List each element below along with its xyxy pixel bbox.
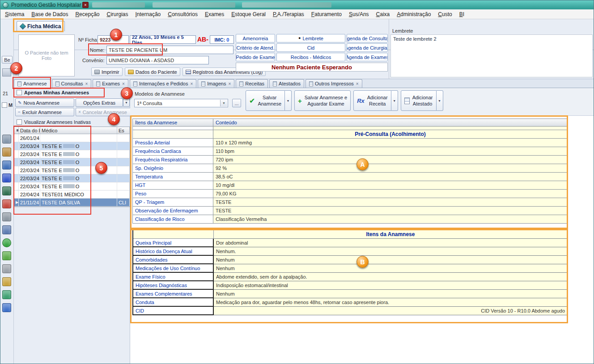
dados-do-paciente-button[interactable]: Dados do Paciente — [125, 68, 180, 76]
agenda-exames-button[interactable]: Agenda de Exames — [347, 53, 388, 61]
menu-consultorios[interactable]: Consultórios — [168, 11, 198, 17]
adicionar-receita-button[interactable]: Rx Adicionar Receita — [353, 90, 391, 111]
ficha-number-field[interactable]: 9223 — [98, 35, 129, 44]
tab-close-icon[interactable]: × — [356, 81, 359, 86]
tab-anamnese[interactable]: Anamnese — [14, 79, 51, 88]
col-header-conteudo[interactable]: Conteúdo — [213, 119, 568, 127]
lembrete-textarea[interactable]: Teste de lembrete 2 — [390, 34, 593, 77]
menu-pa-terapias[interactable]: P.A./Terapias — [273, 11, 304, 17]
salvar-aguardar-exame-button[interactable]: + Salvar Anamnese e Aguardar Exame — [294, 90, 351, 111]
user-key-icon[interactable] — [2, 277, 11, 286]
menu-internacao[interactable]: Internação — [136, 11, 161, 17]
convenio-field[interactable]: UNIMED GOIANIA - ASDASD — [106, 56, 209, 64]
anamnese-list-row[interactable]: 22/03/24 TESTE EO — [14, 150, 130, 158]
table-row[interactable]: Queixa PrincipalDor abdominal — [133, 239, 568, 247]
modelos-more-button[interactable]: ... — [232, 99, 241, 107]
tab-close-icon[interactable]: × — [228, 81, 231, 86]
menu-estoque-geral[interactable]: Estoque Geral — [231, 11, 266, 17]
criterio-atend-button[interactable]: Critério de Atend. — [236, 43, 275, 52]
col-header-data[interactable]: Data do Ev — [19, 127, 40, 134]
inline-close-icon[interactable]: × — [82, 2, 89, 8]
excluir-anamnese-button[interactable]: − Excluir Anamnese — [15, 108, 74, 116]
anamnese-list-row-selected[interactable]: ▶ 21/11/24 TESTE DA SILVA CLI — [14, 199, 130, 207]
table-row[interactable]: Hipóteses DiagnósticasIndisposição estom… — [133, 281, 568, 290]
leaf-icon[interactable] — [2, 251, 11, 260]
menu-custo[interactable]: Custo — [438, 11, 452, 17]
agenda-cirurgias-button[interactable]: Agenda de Cirurgias — [347, 43, 388, 52]
amenorreia-button[interactable]: Amenorreia — [236, 34, 275, 42]
name-field[interactable]: TESTE DE PACIENTE UM — [106, 46, 233, 54]
cancelar-anamnese-button[interactable]: × Cancelar Anamnese — [76, 108, 131, 116]
table-row[interactable]: Medicações de Uso ContínuoNenhum — [133, 264, 568, 273]
tab-outros-impressos[interactable]: Outros Impressos × — [305, 79, 362, 88]
anamnese-list-row[interactable]: 22/04/24TESTE01 MEDICO — [14, 190, 130, 199]
tab-close-icon[interactable]: × — [190, 81, 193, 86]
table-row[interactable]: Exame FísicoAbdome extendido, sem dor à … — [133, 273, 568, 281]
tab-close-icon[interactable]: × — [85, 81, 88, 86]
tab-internacoes-pedidos[interactable]: Internações e Pedidos × — [130, 79, 196, 88]
anamnese-list-row[interactable]: 26/01/24 — [14, 134, 130, 142]
adicionar-receita-dropdown[interactable]: ▼ — [391, 90, 398, 111]
anamnese-list-row[interactable]: 22/03/24 TESTE EO — [14, 158, 130, 166]
col-header-medico[interactable]: Médico — [40, 127, 117, 134]
table-row[interactable]: Frequência Cardíaca110 bpm — [133, 147, 568, 156]
table-row[interactable]: Observação de EnfermagemTESTE — [133, 207, 568, 215]
modelos-combobox[interactable]: 1ª Consulta ▼ — [134, 99, 228, 107]
tab-ficha-medica[interactable]: Ficha Médica — [17, 21, 65, 31]
checkbox[interactable] — [17, 119, 22, 125]
menu-cirurgias[interactable]: Cirurgias — [106, 11, 128, 17]
tasks-check-icon[interactable] — [2, 186, 11, 195]
table-row[interactable]: Classificação de RiscoClassificação Verm… — [133, 215, 568, 224]
monitor-icon[interactable] — [2, 303, 11, 312]
table-row[interactable]: CondutaMedicação para dor, aguardar pelo… — [133, 298, 568, 307]
anamnese-list-row[interactable]: 22/03/24 TESTE EO — [14, 142, 130, 150]
pedido-exame-button[interactable]: Pedido de Exame — [236, 53, 275, 61]
tab-close-icon[interactable]: × — [122, 81, 125, 86]
opcoes-extras-dropdown[interactable]: ▼ — [123, 98, 130, 107]
checkbox[interactable] — [2, 102, 7, 108]
drive-icon[interactable] — [2, 212, 11, 221]
chart-icon[interactable] — [2, 161, 11, 169]
table-row[interactable]: QP - TriagemTESTE — [133, 198, 568, 207]
agenda-consultas-button[interactable]: Agenda de Consultas — [347, 34, 388, 42]
anamnese-list-row[interactable]: 22/03/24 TESTE EO — [14, 166, 130, 174]
menu-faturamento[interactable]: Faturamento — [311, 11, 342, 17]
book-icon[interactable] — [2, 148, 11, 157]
cid-button[interactable]: Cid — [276, 43, 345, 52]
chevron-down-icon[interactable]: ▼ — [220, 100, 227, 106]
menu-sus-ans[interactable]: Sus/Ans — [349, 11, 369, 17]
adicionar-atestado-dropdown[interactable]: ▼ — [437, 90, 443, 111]
table-row[interactable]: Exames ComplementaresNenhum — [133, 290, 568, 298]
salvar-anamnese-button[interactable]: ✔ Salvar Anamnese — [246, 90, 285, 111]
salvar-anamnese-dropdown[interactable]: ▼ — [285, 90, 292, 111]
checkbox[interactable] — [17, 90, 22, 95]
menu-exames[interactable]: Exames — [205, 11, 224, 17]
people-icon[interactable] — [2, 225, 11, 234]
recibos-medicos-button[interactable]: Recibos - Médicos — [276, 53, 345, 61]
menu-sistema[interactable]: Sistema — [5, 11, 24, 17]
layers-icon[interactable] — [2, 199, 11, 208]
col-header-es[interactable]: Es — [117, 127, 130, 134]
users-icon[interactable] — [2, 135, 11, 144]
tab-atestados[interactable]: Atestados — [269, 79, 304, 88]
search-icon[interactable] — [2, 290, 11, 299]
apenas-minhas-checkbox-row[interactable]: Apenas Minhas Anamneses — [17, 90, 89, 95]
anamnese-list-row[interactable]: 22/03/24 TESTE EO — [14, 182, 130, 190]
table-row[interactable]: Sp. Oxigênio92 % — [133, 164, 568, 173]
globe-icon[interactable] — [2, 238, 11, 247]
tab-imagens[interactable]: Imagens × — [198, 79, 234, 88]
window-icon[interactable] — [2, 174, 11, 182]
tab-exames[interactable]: Exames × — [93, 79, 128, 88]
table-row[interactable]: Temperatura38,5 oC — [133, 173, 568, 181]
table-row[interactable]: ComorbidadesNenhum — [133, 256, 568, 264]
nova-anamnese-button[interactable]: ✎ Nova Anamnese — [15, 98, 74, 107]
menu-bi[interactable]: BI — [459, 11, 464, 17]
opcoes-extras-button[interactable]: Opções Extras — [76, 98, 123, 107]
table-row[interactable]: Frequência Respiratória720 ipm — [133, 156, 568, 164]
table-row[interactable]: Histórico da Doença AtualNenhum. — [133, 247, 568, 256]
table-row[interactable]: Peso79,00 KG — [133, 190, 568, 198]
clipped-side-tab[interactable]: Be — [2, 56, 13, 63]
menu-administracao[interactable]: Administração — [397, 11, 431, 17]
anamnese-list-row[interactable]: 22/03/24 TESTE EO — [14, 174, 130, 182]
col-header-itens[interactable]: Ítens da Anamnese — [133, 119, 213, 127]
